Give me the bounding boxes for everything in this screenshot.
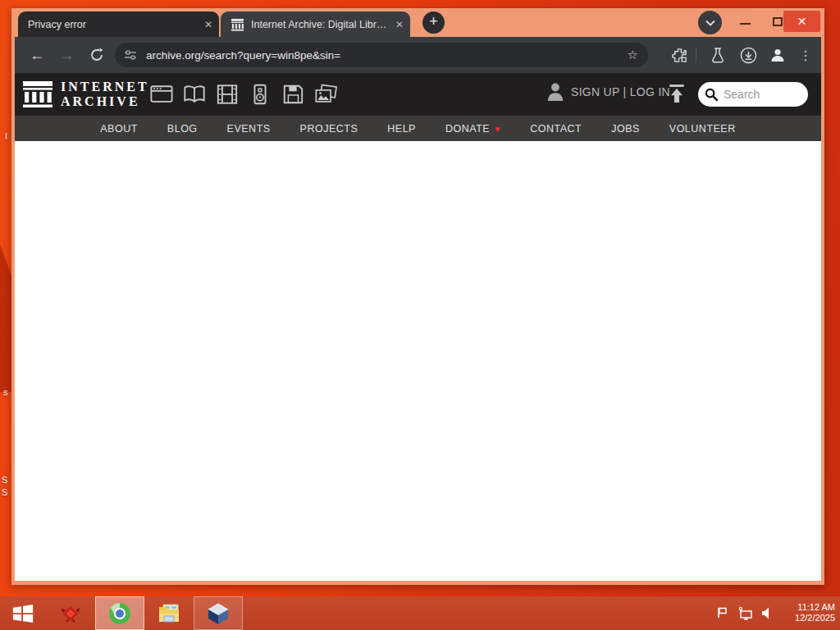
- desktop-icon-label-fragment: S: [2, 487, 7, 497]
- browser-toolbar: ← → archive.org/search?query=win8pe&sin=…: [15, 37, 821, 73]
- page-content-blank: [15, 141, 821, 581]
- nav-label: EVENTS: [227, 123, 271, 135]
- video-icon[interactable]: [216, 84, 239, 105]
- tab-title: Privacy error: [28, 19, 198, 30]
- internet-archive-favicon-icon: [231, 18, 244, 31]
- profile-avatar-icon: [769, 47, 786, 63]
- virtualbox-icon: [206, 601, 231, 626]
- svg-text:✕: ✕: [769, 612, 775, 619]
- web-icon[interactable]: [150, 84, 173, 105]
- tab-close-icon[interactable]: ✕: [204, 20, 212, 30]
- volume-muted-icon[interactable]: ✕: [760, 606, 776, 620]
- clock-date: 12/2/2025: [795, 613, 835, 623]
- internet-archive-wordmark[interactable]: INTERNET ARCHIVE: [61, 80, 149, 109]
- nav-about[interactable]: ABOUT: [85, 123, 153, 135]
- toolbar-separator: [696, 48, 696, 62]
- brand-line-1: INTERNET: [61, 80, 149, 94]
- user-icon: [546, 82, 564, 102]
- nav-jobs[interactable]: JOBS: [596, 123, 655, 135]
- address-bar[interactable]: archive.org/search?query=win8pe&sin= ☆: [115, 43, 648, 67]
- tab-search-button[interactable]: [698, 11, 722, 34]
- internet-archive-nav: ABOUT BLOG EVENTS PROJECTS HELP DONATE ♥…: [15, 116, 821, 141]
- windows-logo-icon: [11, 603, 34, 624]
- file-explorer-icon: [157, 603, 181, 624]
- donate-heart-icon: ♥: [495, 124, 500, 134]
- action-center-flag-icon[interactable]: ✕: [716, 606, 730, 620]
- bookmark-star-icon[interactable]: ☆: [628, 48, 638, 62]
- internet-archive-header: INTERNET ARCHIVE: [15, 73, 821, 116]
- nav-label: DONATE: [445, 123, 490, 135]
- nav-help[interactable]: HELP: [372, 123, 431, 135]
- images-icon[interactable]: [314, 84, 337, 105]
- brand-line-2: ARCHIVE: [61, 94, 149, 109]
- nav-blog[interactable]: BLOG: [153, 123, 212, 135]
- upload-button[interactable]: [668, 84, 686, 107]
- nav-label: PROJECTS: [300, 123, 358, 135]
- internet-archive-logo-icon[interactable]: [22, 80, 53, 108]
- tab-privacy-error[interactable]: Privacy error ✕: [18, 11, 219, 37]
- svg-text:✕: ✕: [724, 614, 729, 620]
- network-icon[interactable]: [737, 606, 753, 620]
- nav-volunteer[interactable]: VOLUNTEER: [655, 123, 751, 135]
- profile-button[interactable]: [768, 45, 788, 65]
- maximize-button[interactable]: [773, 17, 783, 26]
- clock-time: 11:12 AM: [795, 602, 835, 613]
- tab-internet-archive[interactable]: Internet Archive: Digital Library ✕: [221, 11, 410, 37]
- nav-events[interactable]: EVENTS: [212, 123, 285, 135]
- taskbar-red-box-app-button[interactable]: [46, 596, 95, 630]
- taskbar-file-explorer-button[interactable]: [144, 596, 194, 630]
- audio-icon[interactable]: [249, 84, 272, 105]
- search-icon: [705, 88, 719, 102]
- tab-close-icon[interactable]: ✕: [395, 20, 404, 30]
- kebab-menu-icon: ⋮: [799, 48, 812, 63]
- new-tab-button[interactable]: +: [422, 11, 445, 34]
- forward-button[interactable]: →: [57, 46, 75, 64]
- puzzle-icon: [672, 48, 687, 63]
- taskbar: ✕ ✕ 11:12 AM 12/2/2025: [0, 596, 840, 630]
- browser-menu-button[interactable]: ⋮: [796, 45, 815, 65]
- search-input[interactable]: [724, 88, 799, 101]
- download-icon: [740, 47, 757, 64]
- nav-label: VOLUNTEER: [669, 123, 736, 135]
- chevron-down-icon: [705, 20, 715, 26]
- account-links[interactable]: SIGN UP | LOG IN: [546, 82, 670, 102]
- desktop-icon-label-fragment: s: [3, 387, 8, 397]
- nav-donate[interactable]: DONATE ♥: [431, 123, 515, 135]
- flask-icon: [710, 48, 725, 63]
- window-close-button[interactable]: ✕: [783, 11, 820, 32]
- site-search-box[interactable]: [698, 82, 808, 107]
- reload-icon: [89, 48, 104, 62]
- taskbar-chrome-button[interactable]: [95, 596, 144, 630]
- downloads-button[interactable]: [738, 45, 758, 65]
- reload-button[interactable]: [87, 45, 107, 65]
- nav-label: JOBS: [611, 123, 640, 135]
- nav-label: CONTACT: [530, 123, 582, 135]
- software-icon[interactable]: [281, 84, 304, 105]
- site-settings-icon[interactable]: [123, 48, 138, 62]
- back-button[interactable]: ←: [28, 46, 46, 64]
- signup-login-link[interactable]: SIGN UP | LOG IN: [571, 85, 670, 98]
- experiments-button[interactable]: [708, 45, 728, 65]
- nav-label: ABOUT: [100, 123, 138, 135]
- upload-icon: [668, 84, 686, 103]
- system-tray: ✕ ✕: [716, 596, 776, 630]
- tab-title: Internet Archive: Digital Library: [251, 19, 389, 30]
- red-box-app-icon: [58, 603, 83, 624]
- extensions-button[interactable]: [669, 45, 689, 65]
- url-text[interactable]: archive.org/search?query=win8pe&sin=: [146, 49, 628, 62]
- taskbar-clock[interactable]: 11:12 AM 12/2/2025: [795, 602, 835, 623]
- taskbar-virtualbox-button[interactable]: [194, 596, 243, 630]
- nav-label: HELP: [387, 123, 416, 135]
- browser-titlebar: Privacy error ✕ Internet Archive: Digita…: [15, 8, 821, 37]
- texts-icon[interactable]: [183, 84, 206, 105]
- nav-label: BLOG: [167, 123, 198, 135]
- browser-window: Privacy error ✕ Internet Archive: Digita…: [11, 8, 824, 585]
- start-button[interactable]: [0, 596, 46, 630]
- desktop-icon-label-fragment: S: [2, 475, 7, 485]
- desktop-icon-label-fragment: I: [5, 131, 7, 141]
- nav-contact[interactable]: CONTACT: [515, 123, 596, 135]
- chromium-icon: [107, 601, 132, 626]
- nav-projects[interactable]: PROJECTS: [285, 123, 373, 135]
- minimize-button[interactable]: [740, 23, 751, 25]
